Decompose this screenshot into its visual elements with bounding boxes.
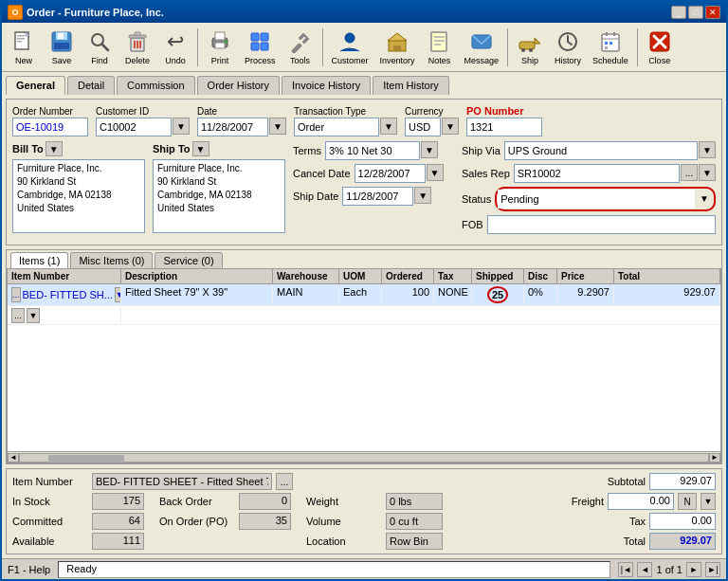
find-button[interactable]: Find (82, 26, 118, 68)
separator-3 (507, 28, 508, 66)
tab-order-history[interactable]: Order History (197, 76, 280, 95)
tab-misc-items[interactable]: Misc Items (0) (70, 252, 153, 268)
item-lookup-button[interactable]: ... (11, 287, 21, 302)
freight-dropdown[interactable]: ▼ (701, 493, 716, 510)
currency-dropdown[interactable]: ▼ (442, 118, 459, 135)
terms-dropdown[interactable]: ▼ (421, 141, 438, 158)
po-number-input[interactable] (466, 118, 542, 136)
bottom-left: Item Number ... In Stock 175 Committed 6… (12, 473, 492, 550)
status-input[interactable] (498, 190, 695, 209)
app-icon: O (8, 5, 23, 20)
customer-id-field: Customer ID ▼ (96, 106, 190, 136)
po-number-field: PO Number (466, 105, 542, 136)
schedule-button[interactable]: Schedule (588, 26, 633, 68)
bill-to-field: Bill To ▼ Furniture Place, Inc.90 Kirkla… (12, 141, 145, 233)
transaction-type-field: Transaction Type ▼ (294, 106, 397, 136)
customer-label: Customer (332, 56, 369, 65)
ship-button[interactable]: Ship (512, 26, 548, 68)
item-dropdown-btn[interactable]: ▼ (115, 287, 121, 302)
grid-header: Item Number Description Warehouse UOM Or… (8, 269, 720, 284)
nav-prev[interactable]: ◄ (637, 562, 652, 577)
terms-input[interactable] (325, 141, 420, 160)
history-button[interactable]: History (550, 26, 586, 68)
tab-items[interactable]: Items (1) (10, 252, 68, 268)
ship-date-input[interactable] (342, 187, 413, 206)
on-order-value: 35 (239, 513, 291, 530)
item-number-bottom-button[interactable]: ... (276, 473, 293, 490)
new-item-lookup[interactable]: ... (11, 308, 25, 323)
item-number-bottom-input[interactable] (92, 473, 272, 490)
message-button[interactable]: Message (460, 26, 504, 68)
svg-line-10 (102, 45, 108, 50)
ship-to-button[interactable]: ▼ (192, 141, 209, 156)
new-item-dropdown[interactable]: ▼ (27, 308, 40, 323)
order-number-input[interactable] (12, 118, 88, 136)
order-number-label: Order Number (12, 106, 88, 117)
ship-date-dropdown[interactable]: ▼ (414, 187, 431, 204)
location-input[interactable] (386, 533, 443, 550)
horizontal-scrollbar[interactable]: ◄ ► (8, 451, 720, 463)
table-row-new[interactable]: ... ▼ (8, 306, 720, 325)
ship-via-dropdown[interactable]: ▼ (699, 141, 716, 158)
cancel-date-dropdown[interactable]: ▼ (427, 164, 444, 181)
svg-rect-22 (261, 33, 268, 41)
freight-flag[interactable]: N (678, 493, 697, 510)
inventory-button[interactable]: Inventory (375, 26, 420, 68)
customer-id-lookup-button[interactable]: ▼ (173, 118, 190, 135)
weight-input[interactable] (386, 493, 443, 510)
tab-commission[interactable]: Commission (117, 76, 195, 95)
terms-label: Terms (293, 145, 321, 156)
status-label: Status (462, 193, 491, 205)
currency-input[interactable] (405, 118, 441, 136)
new-button[interactable]: New (6, 26, 42, 68)
weight-label: Weight (306, 496, 382, 507)
svg-marker-28 (388, 33, 407, 41)
tab-general[interactable]: General (6, 76, 65, 95)
ship-via-label: Ship Via (462, 145, 500, 156)
cancel-date-input[interactable] (355, 164, 426, 183)
tab-detail[interactable]: Detail (67, 76, 115, 95)
date-dropdown-button[interactable]: ▼ (269, 118, 286, 135)
save-button[interactable]: Save (44, 26, 80, 68)
print-button[interactable]: Print (202, 26, 238, 68)
sales-rep-input[interactable] (514, 164, 680, 183)
volume-input[interactable] (386, 513, 443, 530)
tools-button[interactable]: Tools (282, 26, 318, 68)
date-input[interactable] (197, 118, 268, 136)
tab-service[interactable]: Service (0) (155, 252, 222, 268)
scroll-left[interactable]: ◄ (8, 453, 19, 463)
fob-input[interactable] (487, 215, 716, 234)
scroll-thumb[interactable] (48, 455, 124, 463)
maximize-button[interactable]: □ (688, 6, 703, 19)
customer-button[interactable]: Customer (327, 26, 373, 68)
svg-rect-44 (605, 42, 608, 45)
undo-button[interactable]: ↩ Undo (157, 26, 193, 68)
status-dropdown[interactable]: ▼ (696, 190, 713, 207)
tab-item-history[interactable]: Item History (373, 76, 449, 95)
notes-button[interactable]: Notes (422, 26, 458, 68)
nav-next[interactable]: ► (686, 562, 701, 577)
transaction-type-dropdown[interactable]: ▼ (380, 118, 397, 135)
minimize-button[interactable]: _ (671, 6, 686, 19)
ship-via-input[interactable] (504, 141, 698, 160)
customer-id-input[interactable] (96, 118, 172, 136)
close-window-button[interactable]: ✕ (705, 6, 720, 19)
nav-first[interactable]: |◄ (618, 562, 633, 577)
cell-new-item[interactable]: ... ▼ (8, 306, 121, 324)
close-toolbar-button[interactable]: Close (642, 26, 678, 68)
location-label: Location (306, 536, 382, 547)
process-button[interactable]: Process (240, 26, 281, 68)
nav-last[interactable]: ►| (705, 562, 720, 577)
table-row[interactable]: ... BED- FITTED SH... ▼ Fitted Sheet 79"… (8, 284, 720, 306)
transaction-type-input[interactable] (294, 118, 379, 136)
delete-button[interactable]: Delete (119, 26, 155, 68)
notes-label: Notes (428, 56, 451, 65)
sales-rep-dropdown[interactable]: ▼ (699, 164, 716, 181)
tab-invoice-history[interactable]: Invoice History (282, 76, 371, 95)
order-number-field: Order Number (12, 106, 88, 136)
page-info: |◄ ◄ 1 of 1 ► ►| (618, 562, 720, 577)
bill-to-button[interactable]: ▼ (46, 141, 63, 156)
sales-rep-button[interactable]: ... (681, 164, 698, 181)
scroll-right[interactable]: ► (709, 453, 720, 463)
svg-rect-1 (17, 35, 25, 37)
